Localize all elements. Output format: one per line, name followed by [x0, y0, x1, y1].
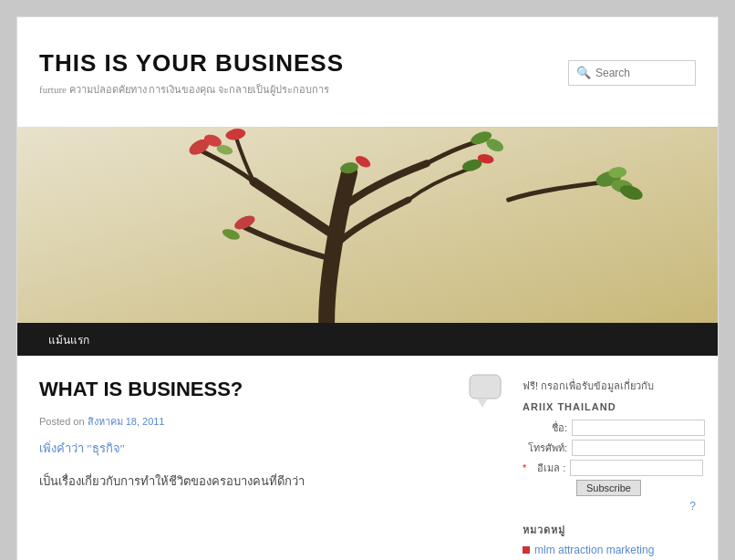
comment-bubble [468, 373, 504, 413]
site-title-block: THIS IS YOUR BUSINESS furture ความปลอดคั… [39, 49, 344, 98]
navbar: แม้นแรก [17, 323, 718, 356]
sidebar-link-mlm: mlm attraction marketing [523, 544, 696, 556]
main-column: WHAT IS BUSINESS? Posted on สิงหาคม 18, … [39, 378, 504, 560]
post-link[interactable]: เพิ่งคำว่า "ธุรกิจ" [39, 439, 504, 458]
post-content: เป็นเรื่องเกี่ยวกับการทำให้ชีวิตของครอบา… [39, 472, 504, 492]
email-input[interactable] [570, 460, 703, 476]
post-date-link[interactable]: สิงหาคม 18, 2011 [88, 416, 165, 427]
name-label: ชื่อ: [523, 420, 572, 436]
svg-marker-18 [477, 399, 488, 408]
name-input[interactable] [572, 420, 705, 436]
svg-rect-17 [470, 375, 501, 399]
post-meta-prefix: Posted on [39, 416, 85, 427]
hero-image [17, 127, 718, 323]
phone-label: โทรศัพท์: [523, 440, 572, 456]
post-meta: Posted on สิงหาคม 18, 2011 [39, 413, 504, 430]
search-box[interactable]: 🔍 [568, 60, 696, 86]
content-area: WHAT IS BUSINESS? Posted on สิงหาคม 18, … [17, 356, 718, 560]
sidebar: ฟรี! กรอกเพื่อรับข้อมูลเกี่ยวกับ ARIIX T… [523, 378, 696, 560]
email-label: อีเมล : [526, 460, 570, 476]
ariix-title: ARIIX THAILAND [523, 401, 696, 412]
sidebar-link-mlm-anchor[interactable]: mlm attraction marketing [534, 544, 654, 556]
page-wrapper: THIS IS YOUR BUSINESS furture ความปลอดคั… [0, 16, 735, 560]
phone-row: โทรศัพท์: [523, 440, 696, 456]
nav-home-link[interactable]: แม้นแรก [39, 324, 98, 356]
question-link[interactable]: ? [523, 500, 696, 513]
subscribe-button[interactable]: Subscribe [576, 480, 641, 496]
sidebar-promo-text: ฟรี! กรอกเพื่อรับข้อมูลเกี่ยวกับ [523, 378, 696, 394]
phone-input[interactable] [572, 440, 705, 456]
post-title: WHAT IS BUSINESS? [39, 378, 243, 401]
subscribe-row: Subscribe [523, 480, 696, 496]
name-row: ชื่อ: [523, 420, 696, 436]
site-tagline: furture ความปลอดคัยทาง การเงินของคุณ จะก… [39, 81, 344, 98]
bullet-icon [523, 546, 530, 554]
header: THIS IS YOUR BUSINESS furture ความปลอดคั… [17, 17, 718, 127]
site-container: THIS IS YOUR BUSINESS furture ความปลอดคั… [16, 16, 719, 560]
sidebar-links-title: หมวดหมู่ [523, 522, 696, 538]
site-title: THIS IS YOUR BUSINESS [39, 49, 344, 78]
search-input[interactable] [595, 67, 687, 79]
email-row: * อีเมล : [523, 460, 696, 476]
search-icon: 🔍 [576, 66, 591, 80]
